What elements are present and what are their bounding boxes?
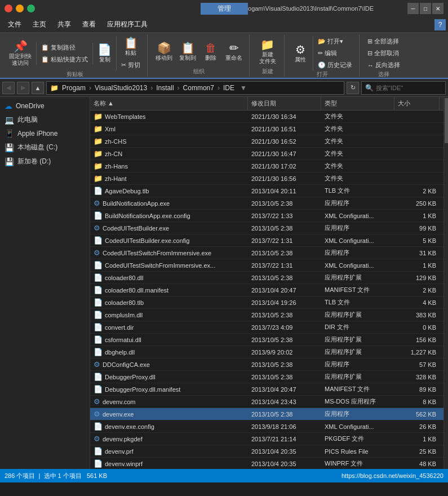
- table-row[interactable]: 📁 WebTemplates 2021/1/30 16:34 文件夹: [90, 110, 443, 123]
- table-row[interactable]: 📄 CodedUITestSwitchFromImmersive.ex... 2…: [90, 259, 443, 272]
- table-row[interactable]: 📄 CodedUITestBuilder.exe.config 2013/7/2…: [90, 234, 443, 247]
- file-icon: 📄: [94, 373, 103, 381]
- table-row[interactable]: 📄 BuildNotificationApp.exe.config 2013/7…: [90, 210, 443, 222]
- breadcrumb-vs2013[interactable]: VisualStudio2013: [94, 84, 148, 92]
- table-row[interactable]: ⚙ CodedUITestSwitchFromImmersive.exe 201…: [90, 247, 443, 259]
- copy-btn[interactable]: 📄 复制: [95, 43, 114, 64]
- move-btn[interactable]: 📦 移动到: [153, 41, 175, 63]
- col-header-date[interactable]: 修改日期: [248, 97, 321, 110]
- select-none-btn[interactable]: ⊟ 全部取消: [365, 48, 402, 59]
- breadcrumb-ide[interactable]: IDE: [222, 84, 236, 92]
- breadcrumb-install[interactable]: Install: [155, 84, 175, 92]
- file-size: [394, 123, 440, 135]
- min-btn[interactable]: [16, 5, 24, 12]
- win-minimize[interactable]: ─: [407, 3, 419, 14]
- table-row[interactable]: 📁 Xml 2021/1/30 16:51 文件夹: [90, 123, 443, 135]
- table-row[interactable]: 📄 complusIm.dll 2013/10/5 2:38 应用程序扩展 38…: [90, 309, 443, 321]
- sidebar-item-local-c[interactable]: 💾 本地磁盘 (C:): [0, 140, 90, 154]
- edit-btn[interactable]: ✏ 编辑: [316, 48, 354, 59]
- new-folder-btn[interactable]: 📁 新建文件夹: [257, 38, 278, 66]
- file-icon: ⚙: [94, 224, 100, 232]
- breadcrumb-progam[interactable]: Progam: [61, 84, 87, 92]
- paste-btn[interactable]: 📋 粘贴: [119, 36, 143, 57]
- edit-icon: ✏: [318, 50, 323, 57]
- table-row[interactable]: 📄 devenv.winprf 2013/10/4 20:35 WINPRF 文…: [90, 458, 443, 469]
- table-row[interactable]: 📄 dbghelp.dll 2013/9/9 20:02 应用程序扩展 1,22…: [90, 346, 443, 358]
- properties-btn[interactable]: ⚙ 属性: [290, 43, 311, 64]
- select-all-btn[interactable]: ⊞ 全部选择: [365, 36, 402, 47]
- table-row[interactable]: 📁 zh-Hant 2021/1/30 16:56 文件夹: [90, 172, 443, 185]
- win-close[interactable]: ✕: [432, 3, 443, 14]
- open-buttons: ⚙ 属性 📂 打开▾ ✏ 编辑 🕐 历史记录: [290, 36, 354, 70]
- table-row[interactable]: 📄 csformatui.dll 2013/10/5 2:38 应用程序扩展 1…: [90, 334, 443, 346]
- menu-share[interactable]: 共享: [52, 17, 77, 32]
- file-name-cell: 📄 convert.dir: [90, 321, 248, 333]
- table-row[interactable]: 📄 coloader80.tlb 2013/10/4 19:26 TLB 文件 …: [90, 296, 443, 309]
- table-row[interactable]: 📄 AgaveDebug.tlb 2013/10/4 20:11 TLB 文件 …: [90, 185, 443, 197]
- breadcrumb-common7[interactable]: Common7: [182, 84, 215, 92]
- table-row[interactable]: 📄 DebuggerProxy.dll.manifest 2013/10/4 2…: [90, 383, 443, 396]
- paste-shortcut-btn[interactable]: 📋 粘贴快捷方式: [39, 54, 90, 65]
- pin-to-quickaccess-btn[interactable]: 📌 固定到快速访问: [7, 39, 34, 68]
- table-row[interactable]: 📄 devenv.exe.config 2013/9/18 21:06 XML …: [90, 420, 443, 433]
- refresh-btn[interactable]: ↻: [347, 82, 359, 94]
- table-row[interactable]: ⚙ devenv.exe 2013/10/5 2:38 应用程序 562 KB: [90, 408, 443, 420]
- open-icon: 📂: [318, 38, 326, 45]
- table-row[interactable]: ⚙ DDConfigCA.exe 2013/10/5 2:38 应用程序 57 …: [90, 358, 443, 371]
- table-row[interactable]: ⚙ CodedUITestBuilder.exe 2013/10/5 2:38 …: [90, 222, 443, 234]
- menu-view[interactable]: 查看: [77, 17, 101, 32]
- table-row[interactable]: 📄 convert.dir 2013/7/23 4:09 DIR 文件 0 KB: [90, 321, 443, 334]
- sidebar-item-iphone[interactable]: 📱 Apple iPhone: [0, 127, 90, 140]
- open-btn[interactable]: 📂 打开▾: [316, 36, 354, 47]
- file-date: 2013/7/22 1:31: [248, 259, 321, 271]
- delete-btn[interactable]: 🗑 删除: [201, 41, 221, 63]
- up-btn[interactable]: ▲: [32, 82, 44, 94]
- table-row[interactable]: 📄 coloader80.dll 2013/10/5 2:38 应用程序扩展 1…: [90, 272, 443, 284]
- history-btn[interactable]: 🕐 历史记录: [316, 60, 354, 70]
- win-maximize[interactable]: □: [420, 3, 431, 14]
- sidebar-item-thispc[interactable]: 💻 此电脑: [0, 113, 90, 127]
- menu-file[interactable]: 文件: [2, 17, 27, 32]
- file-list-body[interactable]: 📁 WebTemplates 2021/1/30 16:34 文件夹 📁 Xml…: [90, 110, 443, 469]
- menu-tools[interactable]: 应用程序工具: [101, 17, 153, 32]
- file-list-header: 名称 ▲ 修改日期 类型 大小: [90, 97, 443, 110]
- table-row[interactable]: 📁 zh-CHS 2021/1/30 16:52 文件夹: [90, 135, 443, 148]
- menu-home[interactable]: 主页: [27, 17, 52, 32]
- col-header-type[interactable]: 类型: [321, 97, 394, 110]
- close-btn[interactable]: [5, 5, 12, 12]
- table-row[interactable]: 📄 coloader80.dll.manifest 2013/10/4 20:4…: [90, 284, 443, 296]
- properties-label: 属性: [295, 56, 306, 63]
- copy-path-btn[interactable]: 📋 复制路径: [39, 42, 90, 53]
- file-name-cell: 📄 complusIm.dll: [90, 309, 248, 321]
- rename-btn[interactable]: ✏ 重命名: [223, 41, 245, 63]
- rename-icon: ✏: [229, 42, 239, 54]
- table-row[interactable]: ⚙ devenv.com 2013/10/4 23:43 MS-DOS 应用程序…: [90, 396, 443, 408]
- dropdown-icon[interactable]: ▼: [240, 84, 247, 92]
- file-size: [394, 110, 440, 122]
- table-row[interactable]: 📁 zh-CN 2021/1/30 16:47 文件夹: [90, 148, 443, 160]
- col-header-name[interactable]: 名称 ▲: [90, 97, 248, 110]
- table-row[interactable]: 📄 devenv.prf 2013/10/4 20:35 PICS Rules …: [90, 445, 443, 458]
- sidebar-item-onedrive[interactable]: ☁ OneDrive: [0, 99, 90, 113]
- table-row[interactable]: 📄 DebuggerProxy.dll 2013/10/5 2:38 应用程序扩…: [90, 371, 443, 383]
- file-name: BuildNotificationApp.exe.config: [105, 212, 190, 219]
- invert-select-btn[interactable]: ↔ 反向选择: [365, 60, 402, 70]
- table-row[interactable]: ⚙ devenv.pkgdef 2013/7/21 21:14 PKGDEF 文…: [90, 433, 443, 445]
- file-type: TLB 文件: [321, 296, 394, 308]
- cut-btn[interactable]: ✂ 剪切: [119, 60, 143, 70]
- search-icon: 🔍: [365, 84, 374, 92]
- file-icon: 📄: [94, 323, 103, 331]
- scrollbar-thumb[interactable]: [445, 98, 448, 143]
- copy-to-btn[interactable]: 📋 复制到: [177, 41, 198, 63]
- table-row[interactable]: ⚙ BuildNotificationApp.exe 2013/10/5 2:3…: [90, 197, 443, 210]
- properties-icon: ⚙: [295, 44, 305, 55]
- back-btn[interactable]: ◀: [2, 82, 15, 94]
- sidebar-item-new-d[interactable]: 💾 新加卷 (D:): [0, 154, 90, 169]
- table-row[interactable]: 📁 zh-Hans 2021/1/30 17:02 文件夹: [90, 160, 443, 172]
- search-input[interactable]: [376, 85, 442, 91]
- max-btn[interactable]: [27, 5, 35, 12]
- col-header-size[interactable]: 大小: [394, 97, 440, 110]
- help-btn[interactable]: ?: [434, 19, 446, 30]
- file-date: 2021/1/30 16:51: [248, 123, 321, 135]
- forward-btn[interactable]: ▶: [17, 82, 29, 94]
